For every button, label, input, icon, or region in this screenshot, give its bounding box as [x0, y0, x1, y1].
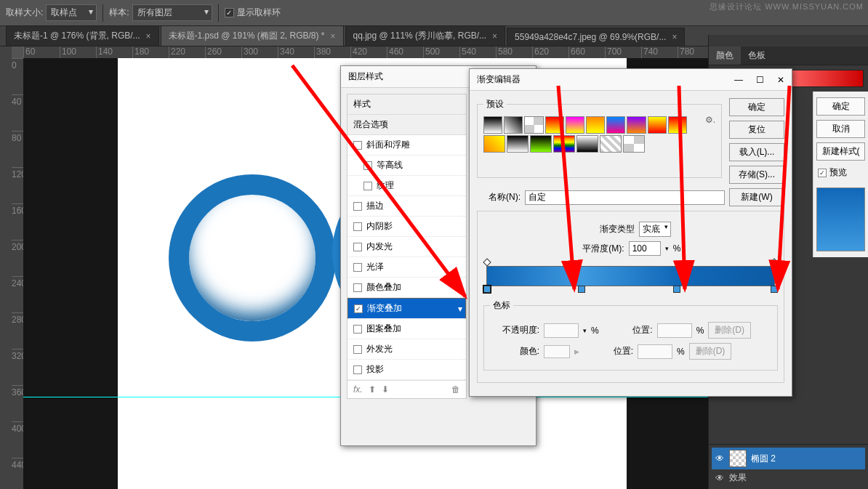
- color-panel-tabs[interactable]: 颜色 色板: [709, 47, 868, 65]
- load-button[interactable]: 载入(L)...: [729, 143, 784, 161]
- style-item[interactable]: 纹理: [347, 176, 466, 196]
- style-checkbox[interactable]: [353, 365, 362, 374]
- gradient-preset[interactable]: [606, 116, 625, 134]
- layer-effects[interactable]: 👁 效果: [712, 469, 865, 486]
- down-icon[interactable]: ⬇: [382, 384, 389, 395]
- color-position-input[interactable]: [638, 344, 672, 359]
- gradient-preset[interactable]: [600, 135, 622, 153]
- trash-icon[interactable]: 🗑: [451, 384, 460, 395]
- style-checkbox[interactable]: [353, 243, 362, 251]
- style-checkbox[interactable]: [353, 202, 362, 211]
- show-ring-check[interactable]: ✓ 显示取样环: [225, 7, 281, 19]
- style-checkbox[interactable]: [353, 222, 362, 231]
- layer-ellipse-2[interactable]: 👁 椭圆 2: [712, 448, 865, 469]
- gradient-preset[interactable]: [553, 135, 575, 153]
- ok-button[interactable]: 确定: [729, 98, 784, 116]
- save-button[interactable]: 存储(S)...: [729, 166, 784, 184]
- style-checkbox[interactable]: [354, 304, 363, 313]
- document-tab[interactable]: 未标题-1 @ 176% (背景, RGB/...×: [6, 25, 159, 46]
- up-icon[interactable]: ⬆: [369, 384, 376, 395]
- close-icon[interactable]: ×: [492, 31, 497, 41]
- document-tab[interactable]: 未标题-1.psd @ 191% (椭圆 2, RGB/8) *×: [161, 25, 344, 46]
- style-item[interactable]: 渐变叠加: [347, 298, 466, 319]
- delete-opacity-stop[interactable]: 删除(D): [708, 322, 751, 339]
- style-item[interactable]: 内阴影: [347, 217, 466, 237]
- tool-strip[interactable]: [0, 47, 12, 489]
- gradient-name-input[interactable]: [525, 190, 725, 205]
- gradient-preset[interactable]: [507, 135, 529, 153]
- style-item[interactable]: 颜色叠加: [347, 278, 466, 298]
- style-checkbox[interactable]: [363, 161, 372, 170]
- gradient-bar[interactable]: [486, 266, 775, 286]
- color-stop[interactable]: [483, 286, 491, 293]
- document-tab[interactable]: 55949a428e4c7.jpeg @ 69.9%(RGB/...×: [507, 28, 685, 46]
- style-item[interactable]: 外发光: [347, 339, 466, 360]
- tab-color[interactable]: 颜色: [709, 47, 741, 65]
- styles-header[interactable]: 样式: [347, 94, 466, 115]
- visibility-icon[interactable]: 👁: [715, 473, 725, 483]
- new-style-button[interactable]: 新建样式(: [816, 142, 865, 161]
- opacity-position-input[interactable]: [657, 323, 692, 338]
- position-label: 位置:: [603, 324, 653, 336]
- close-icon[interactable]: ×: [331, 31, 336, 41]
- style-item[interactable]: 投影: [347, 360, 466, 380]
- delete-color-stop[interactable]: 删除(D): [689, 343, 732, 360]
- blend-header[interactable]: 混合选项: [347, 115, 466, 135]
- gradient-preset[interactable]: [668, 116, 687, 134]
- style-item[interactable]: 光泽: [347, 257, 466, 278]
- maximize-icon[interactable]: ☐: [756, 75, 764, 85]
- close-icon[interactable]: ×: [146, 31, 151, 41]
- opacity-label: 不透明度:: [490, 324, 539, 336]
- gradient-preset[interactable]: [586, 116, 605, 134]
- gradient-preset[interactable]: [623, 135, 645, 153]
- color-stop[interactable]: [578, 286, 585, 293]
- gradient-editor-title[interactable]: 渐变编辑器 — ☐ ✕: [470, 69, 792, 91]
- smoothness-input[interactable]: [629, 241, 661, 256]
- minimize-icon[interactable]: —: [734, 75, 743, 85]
- style-checkbox[interactable]: [353, 263, 362, 272]
- gradient-preset[interactable]: [576, 135, 598, 153]
- style-item[interactable]: 描边: [347, 196, 466, 217]
- gradient-preset[interactable]: [530, 135, 552, 153]
- gradient-preset[interactable]: [504, 116, 523, 134]
- style-checkbox[interactable]: [353, 141, 362, 150]
- style-checkbox[interactable]: [353, 283, 362, 292]
- fx-icon[interactable]: fx.: [353, 384, 363, 395]
- sample-size-select[interactable]: 取样点: [46, 4, 97, 21]
- style-checkbox[interactable]: [353, 345, 362, 354]
- gradient-preset[interactable]: [648, 116, 667, 134]
- close-icon[interactable]: ✕: [777, 75, 784, 85]
- style-item[interactable]: 内发光: [347, 237, 466, 257]
- new-gradient-button[interactable]: 新建(W): [729, 188, 784, 206]
- ok-button[interactable]: 确定: [816, 97, 865, 116]
- opacity-stop[interactable]: [770, 258, 778, 266]
- sample-layers-select[interactable]: 所有图层: [132, 4, 212, 21]
- gradient-preset[interactable]: [483, 135, 505, 153]
- gradient-preset[interactable]: [483, 116, 502, 134]
- color-stop[interactable]: [673, 286, 680, 293]
- opacity-input[interactable]: [544, 323, 579, 338]
- tab-swatches[interactable]: 色板: [741, 47, 773, 65]
- watermark: 思缘设计论坛 WWW.MISSYUAN.COM: [710, 1, 864, 12]
- opacity-stop[interactable]: [483, 258, 491, 266]
- visibility-icon[interactable]: 👁: [715, 453, 725, 464]
- style-checkbox[interactable]: [353, 325, 362, 334]
- gear-icon[interactable]: ⚙.: [705, 115, 715, 125]
- style-item[interactable]: 等高线: [347, 155, 466, 176]
- preview-check[interactable]: 预览: [816, 165, 865, 180]
- gradient-preset[interactable]: [545, 116, 564, 134]
- gradient-preset[interactable]: [524, 116, 543, 134]
- grad-type-select[interactable]: 实底: [639, 222, 671, 237]
- close-icon[interactable]: ×: [672, 32, 677, 42]
- color-swatch[interactable]: [544, 345, 570, 358]
- gradient-preset[interactable]: [566, 116, 584, 134]
- style-item[interactable]: 图案叠加: [347, 319, 466, 339]
- style-checkbox[interactable]: [363, 182, 372, 190]
- gradient-preset[interactable]: [627, 116, 646, 134]
- reset-button[interactable]: 复位: [729, 121, 784, 139]
- color-stop[interactable]: [771, 286, 778, 293]
- cancel-button[interactable]: 取消: [816, 120, 865, 138]
- style-item[interactable]: 斜面和浮雕: [347, 135, 466, 155]
- document-tab[interactable]: qq.jpg @ 111% (秀川临摹, RGB/...×: [345, 25, 506, 46]
- fx-label: 效果: [729, 472, 747, 484]
